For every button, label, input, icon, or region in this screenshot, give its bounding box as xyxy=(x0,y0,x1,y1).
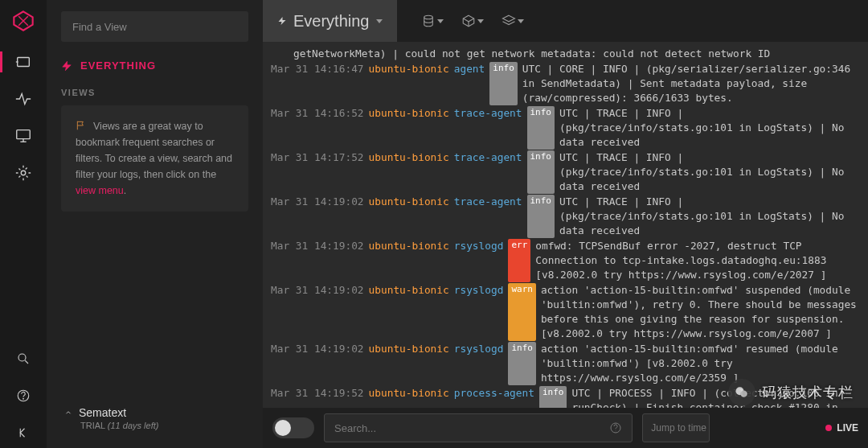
view-dropdown-label: Everything xyxy=(293,12,370,31)
log-timestamp: Mar 31 14:19:02 xyxy=(271,342,364,385)
log-host: ubuntu-bionic xyxy=(369,150,449,194)
trial-days: (11 days left) xyxy=(108,421,159,430)
nav-views-button[interactable] xyxy=(0,47,47,77)
log-message: getNetworkMeta) | could not get network … xyxy=(271,47,860,61)
log-service: rsyslogd xyxy=(454,239,504,282)
log-message: UTC | CORE | INFO | (pkg/serializer/seri… xyxy=(522,62,860,105)
everything-label: EVERYTHING xyxy=(80,60,156,72)
nav-activity-button[interactable] xyxy=(0,84,47,114)
topbar: Everything xyxy=(263,0,868,42)
log-level-badge: info xyxy=(508,342,536,385)
log-host: ubuntu-bionic xyxy=(369,195,449,238)
log-host: ubuntu-bionic xyxy=(369,106,449,150)
log-level-badge: warn xyxy=(508,283,536,341)
log-host: ubuntu-bionic xyxy=(369,239,449,282)
live-indicator[interactable]: LIVE xyxy=(825,422,858,434)
log-host: ubuntu-bionic xyxy=(369,342,449,385)
log-level-badge: info xyxy=(539,386,567,408)
nav-monitor-button[interactable] xyxy=(0,121,47,151)
log-message: UTC | TRACE | INFO | (pkg/trace/info/sta… xyxy=(559,195,860,238)
log-stream[interactable]: getNetworkMeta) | could not get network … xyxy=(263,42,868,408)
bolt-icon xyxy=(61,60,72,72)
search-placeholder: Search... xyxy=(334,422,609,434)
log-level-badge: info xyxy=(489,62,518,105)
svg-point-19 xyxy=(616,430,616,431)
svg-point-14 xyxy=(424,15,432,19)
find-view-input[interactable]: Find a View xyxy=(61,11,248,42)
tip-text: Views are a great way to bookmark freque… xyxy=(76,121,232,180)
log-timestamp: Mar 31 14:19:02 xyxy=(271,283,364,341)
log-timestamp: Mar 31 14:19:02 xyxy=(271,239,364,282)
log-row[interactable]: Mar 31 14:16:52ubuntu-bionictrace-agenti… xyxy=(271,106,860,150)
views-heading: VIEWS xyxy=(61,88,248,97)
log-host: ubuntu-bionic xyxy=(369,62,449,105)
log-service: trace-agent xyxy=(454,150,522,194)
account-name: Sematext xyxy=(79,406,126,419)
jump-to-time-input[interactable]: Jump to time xyxy=(642,413,710,442)
log-service: process-agent xyxy=(454,386,534,408)
log-message: action 'action-15-builtin:omfwd' resumed… xyxy=(541,342,860,385)
svg-line-8 xyxy=(25,360,28,364)
log-host: ubuntu-bionic xyxy=(369,283,449,341)
bolt-icon xyxy=(277,16,287,26)
log-message: UTC | TRACE | INFO | (pkg/trace/info/sta… xyxy=(559,150,860,194)
database-dropdown[interactable] xyxy=(413,0,452,42)
log-service: trace-agent xyxy=(454,195,522,238)
account-block[interactable]: Sematext TRIAL (11 days left) xyxy=(61,400,248,437)
log-message: action 'action-15-builtin:omfwd' suspend… xyxy=(541,283,860,341)
view-menu-link[interactable]: view menu xyxy=(76,185,124,196)
log-level-badge: info xyxy=(527,106,555,150)
chevron-up-icon xyxy=(64,409,72,417)
svg-point-10 xyxy=(23,398,24,399)
svg-marker-12 xyxy=(63,61,72,71)
brand-logo-icon xyxy=(12,10,35,32)
log-row[interactable]: Mar 31 14:19:02ubuntu-bionictrace-agenti… xyxy=(271,195,860,238)
view-dropdown[interactable]: Everything xyxy=(263,0,397,42)
svg-marker-13 xyxy=(279,17,286,25)
log-level-badge: info xyxy=(527,195,555,238)
bottombar: Search... Jump to time LIVE xyxy=(263,408,868,448)
log-timestamp: Mar 31 14:16:47 xyxy=(271,62,364,105)
sidebar-view-everything[interactable]: EVERYTHING xyxy=(61,60,248,72)
log-host: ubuntu-bionic xyxy=(369,386,449,408)
help-circle-icon[interactable] xyxy=(609,421,622,434)
log-timestamp: Mar 31 14:16:52 xyxy=(271,106,364,150)
log-level-badge: info xyxy=(527,150,555,194)
layers-dropdown[interactable] xyxy=(493,0,532,42)
nav-settings-button[interactable] xyxy=(0,158,47,188)
search-input[interactable]: Search... xyxy=(324,413,633,442)
trial-label: TRIAL xyxy=(80,421,105,430)
theme-toggle[interactable] xyxy=(272,417,314,438)
nav-collapse-button[interactable] xyxy=(0,417,47,448)
record-dot-icon xyxy=(825,425,832,431)
views-tip-card: Views are a great way to bookmark freque… xyxy=(61,105,248,212)
flag-icon xyxy=(76,120,87,131)
log-row[interactable]: Mar 31 14:19:02ubuntu-bionicrsyslogderro… xyxy=(271,239,860,282)
log-row[interactable]: Mar 31 14:19:02ubuntu-bionicrsyslogdwarn… xyxy=(271,283,860,341)
log-service: rsyslogd xyxy=(454,342,504,385)
log-row[interactable]: Mar 31 14:16:47ubuntu-bionicagentinfoUTC… xyxy=(271,62,860,105)
log-service: agent xyxy=(454,62,485,105)
log-row[interactable]: Mar 31 14:19:02ubuntu-bionicrsyslogdinfo… xyxy=(271,342,860,385)
log-message: UTC | PROCESS | INFO | (collector.go:106… xyxy=(571,386,860,408)
nav-search-button[interactable] xyxy=(0,343,47,374)
live-label: LIVE xyxy=(837,422,858,434)
svg-rect-3 xyxy=(17,130,31,139)
svg-point-7 xyxy=(18,354,26,361)
cube-dropdown[interactable] xyxy=(453,0,492,42)
svg-marker-17 xyxy=(502,15,514,22)
log-service: trace-agent xyxy=(454,106,522,150)
nav-iconbar xyxy=(0,0,47,448)
tip-suffix: . xyxy=(124,185,126,196)
log-row[interactable]: getNetworkMeta) | could not get network … xyxy=(271,47,860,61)
log-message: UTC | TRACE | INFO | (pkg/trace/info/sta… xyxy=(559,106,860,150)
log-timestamp: Mar 31 14:17:52 xyxy=(271,150,364,194)
log-timestamp: Mar 31 14:19:52 xyxy=(271,386,364,408)
log-level-badge: err xyxy=(508,239,530,282)
log-row[interactable]: Mar 31 14:19:52ubuntu-bionicprocess-agen… xyxy=(271,386,860,408)
main-panel: Everything getNetworkMeta) | could not g… xyxy=(263,0,868,448)
log-service: rsyslogd xyxy=(454,283,504,341)
log-message: omfwd: TCPSendBuf error -2027, destruct … xyxy=(535,239,860,282)
log-row[interactable]: Mar 31 14:17:52ubuntu-bionictrace-agenti… xyxy=(271,150,860,194)
nav-help-button[interactable] xyxy=(0,380,47,411)
